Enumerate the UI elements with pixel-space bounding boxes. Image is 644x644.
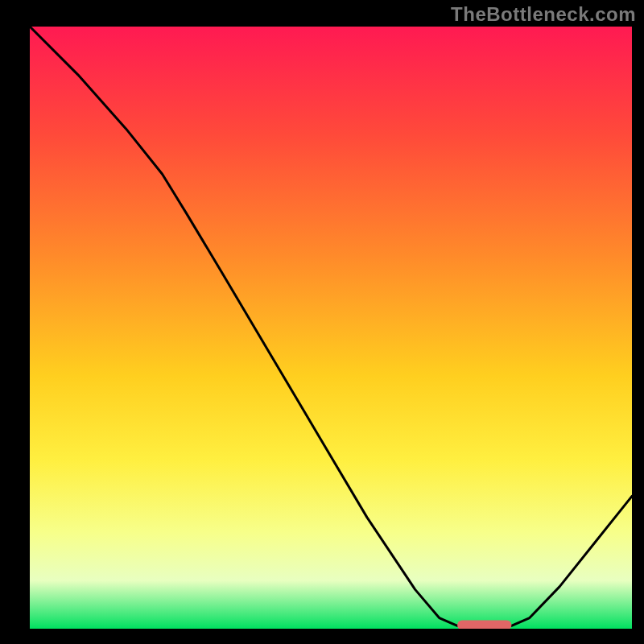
watermark-label: TheBottleneck.com xyxy=(451,3,636,26)
plot-area xyxy=(30,27,632,629)
chart-container: TheBottleneck.com xyxy=(0,0,644,644)
plot-frame xyxy=(27,27,632,632)
gradient-background xyxy=(30,27,632,629)
chart-svg xyxy=(30,27,632,629)
optimal-marker xyxy=(457,621,511,629)
